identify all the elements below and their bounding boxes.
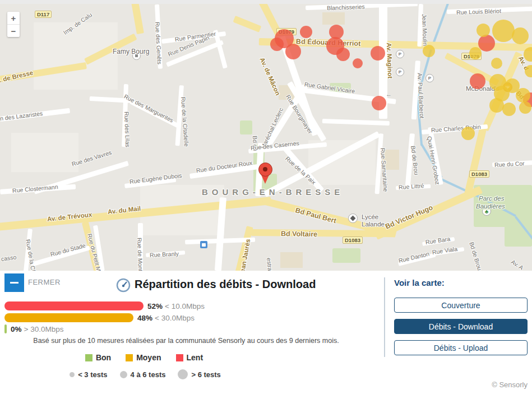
street-label: Av. de Mâcon — [259, 57, 282, 96]
map-park: Parc des — [479, 195, 504, 202]
coverage-dot-red — [470, 73, 485, 89]
bar-range: > 30.0Mbps — [24, 325, 64, 333]
zoom-in-button[interactable]: + — [7, 12, 20, 24]
map-marker[interactable] — [257, 163, 273, 188]
speedometer-icon — [116, 278, 131, 295]
coverage-dot-red — [285, 44, 301, 59]
map-park: Baudières — [476, 203, 505, 210]
street-label: Rue Louis Blériot — [456, 7, 501, 16]
street-label: Quai Henri Groboz — [426, 136, 441, 185]
bar-percent: 48% — [137, 314, 152, 322]
coverage-dot-yellow — [512, 27, 529, 44]
legend-item-lt3: < 3 tests — [70, 370, 107, 379]
street-label: Rue Littré — [399, 182, 424, 191]
map-park — [240, 120, 252, 134]
coverage-dot-red — [371, 46, 385, 61]
legend-label: > 6 tests — [191, 370, 220, 379]
parking-icon: P — [425, 74, 434, 82]
street-label: Blanchisseries — [327, 4, 365, 11]
street-label: Rue du Cor — [494, 160, 525, 168]
map-road — [322, 119, 390, 126]
tests-legend: < 3 tests 4 à 6 tests > 6 tests — [0, 369, 290, 379]
bar-row: 0% > 30.0Mbps — [4, 324, 63, 333]
bar-range: < 10.0Mbps — [165, 302, 205, 310]
street-label: Bd Paul Bert — [294, 206, 337, 225]
measurement-note: Basé sur plus de 10 mesures réalisées pa… — [0, 337, 372, 345]
train-station-icon — [200, 241, 207, 248]
legend-label: Moyen — [136, 353, 161, 362]
street-label: Rue de Montho — [136, 238, 144, 271]
street-label: Rue Branly — [150, 250, 179, 258]
city-label: BOURG-EN-BRESSE — [202, 187, 344, 197]
school-icon — [348, 214, 358, 223]
couverture-button[interactable]: Couverture — [394, 298, 528, 313]
close-panel-label: FERMER — [28, 278, 61, 286]
map-park — [332, 248, 360, 263]
legend-item-moyen: Moyen — [126, 353, 161, 362]
map-road — [251, 229, 394, 237]
tests-circle-large — [178, 369, 188, 379]
zoom-out-button[interactable]: − — [7, 25, 20, 37]
map-road — [233, 16, 262, 33]
close-panel-button[interactable] — [4, 273, 24, 292]
legend-swatch-yellow — [126, 354, 133, 361]
legend-swatch-red — [176, 354, 183, 361]
map-block — [11, 133, 78, 172]
legend-item-gt6: > 6 tests — [178, 369, 220, 379]
coverage-dot-yellow — [491, 58, 502, 69]
coverage-dot-red — [270, 38, 284, 51]
bar-slow — [4, 301, 144, 310]
coverage-dot-red — [372, 96, 386, 110]
legend-label: Bon — [96, 353, 111, 362]
debits-upload-button[interactable]: Débits - Upload — [394, 340, 528, 355]
street-label: Lalande — [362, 221, 385, 228]
bar-medium — [4, 313, 133, 322]
map-marker-dot — [263, 167, 267, 171]
bar-percent: 0% — [11, 325, 22, 333]
coverage-dot-yellow — [469, 47, 482, 59]
map-block — [34, 22, 118, 90]
stats-panel: FERMER Répartition des débits - Download… — [0, 271, 532, 399]
route-shield: D117 — [35, 11, 52, 18]
street-label: Bd Voltaire — [281, 230, 317, 238]
coverage-dot-yellow — [519, 101, 531, 114]
one-way-arrow-icon: ← — [386, 91, 392, 98]
coverage-dot-yellow — [502, 103, 516, 116]
coverage-dot-red — [300, 26, 312, 38]
street-label: Rue Bara — [425, 235, 451, 245]
street-label: Bd de Brou — [468, 241, 483, 271]
legend-item-4to6: 4 à 6 tests — [120, 370, 166, 379]
legend-label: < 3 tests — [78, 370, 107, 379]
coverage-dot-yellow — [489, 98, 504, 113]
coverage-dot-yellow — [525, 65, 532, 77]
map-block — [280, 252, 303, 268]
street-label: Rue des Marguerites — [123, 93, 174, 124]
coverage-dot-yellow — [477, 24, 490, 37]
bar-range: < 30.0Mbps — [155, 314, 195, 322]
view-map-heading: Voir la carte: — [394, 278, 445, 287]
street-label: Jean Moulin — [421, 14, 429, 46]
coverage-dot-yellow — [461, 127, 475, 140]
street-label: Rue des Genêts — [154, 22, 163, 64]
map-road — [131, 4, 144, 34]
bar-percent: 52% — [147, 302, 163, 310]
tests-circle-small — [70, 372, 75, 377]
tests-circle-medium — [120, 371, 127, 378]
parking-icon: P — [396, 50, 404, 58]
street-label: estraint — [266, 257, 274, 271]
route-shield: D1083 — [469, 170, 489, 178]
legend-label: 4 à 6 tests — [131, 370, 166, 379]
parking-icon: P — [396, 68, 404, 76]
map-canvas[interactable]: P P P Ψ ♣ ← BOURG-EN-BRESSE + − Blanchis… — [0, 4, 532, 271]
coverage-dot-red — [353, 58, 363, 68]
debits-download-button[interactable]: Débits - Download — [394, 319, 528, 334]
street-label: Av. A — [510, 258, 525, 271]
quality-legend: Bon Moyen Lent — [0, 353, 288, 362]
street-label: Rue de la Citadelle — [180, 97, 190, 147]
legend-label: Lent — [187, 353, 203, 362]
map-road — [0, 197, 271, 231]
bar-row: 48% < 30.0Mbps — [4, 313, 195, 322]
panel-title: Répartition des débits - Download — [135, 278, 316, 291]
bar-row: 52% < 10.0Mbps — [4, 301, 205, 310]
vertical-divider — [384, 277, 385, 357]
